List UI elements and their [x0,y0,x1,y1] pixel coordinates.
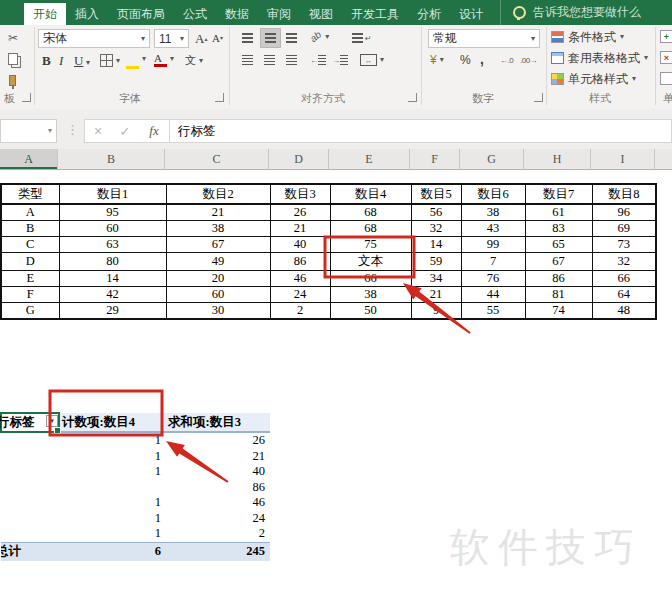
cell[interactable]: 55 [461,303,525,320]
tab-developer[interactable]: 开发工具 [342,3,408,25]
column-header-partial[interactable] [655,149,672,169]
font-color-button[interactable]: A ▾ [154,52,174,65]
number-format-combo[interactable]: 常规 ▾ [428,29,540,48]
increase-indent-button[interactable]: → [332,55,348,65]
cell[interactable] [1,511,59,527]
cell[interactable]: 1 [59,495,166,511]
cancel-button[interactable]: × [85,123,111,139]
copy-button[interactable] [8,53,18,65]
phonetic-guide-button[interactable]: 文 ▾ [185,53,203,68]
header-cell[interactable]: 数目8 [592,184,656,204]
underline-button[interactable]: U [74,53,83,69]
align-left-button[interactable] [242,55,253,65]
text-cell[interactable]: 文本 [330,253,411,271]
comma-style-button[interactable]: , [480,51,484,67]
cell[interactable]: 24 [270,287,330,303]
format-painter-button[interactable] [9,75,16,86]
cell[interactable]: 86 [525,271,592,287]
align-bottom-button[interactable] [286,33,297,43]
fill-color-button[interactable]: ▾ [126,53,146,65]
column-header-a[interactable]: A [0,149,58,169]
cell[interactable]: 63 [59,237,166,253]
cell[interactable]: 30 [166,303,270,320]
cell[interactable]: 29 [59,303,166,320]
orientation-button[interactable]: ab ▾ [310,31,329,42]
cell[interactable]: E [1,271,59,287]
cell[interactable]: 26 [166,432,270,449]
font-size-combo[interactable]: 11 ▾ [154,29,189,48]
cell[interactable]: 38 [461,204,525,221]
pivot-sum-header[interactable]: 求和项:数目3 [166,413,270,432]
merge-center-button[interactable]: ↔ ▾ [360,54,384,66]
cell[interactable]: 68 [330,221,411,237]
worksheet[interactable]: 类型数目1数目2数目3数目4数目5数目6数目7数目8 A952126685638… [0,170,672,614]
cell[interactable]: 14 [411,237,461,253]
cell[interactable]: 49 [166,253,270,271]
align-top-button[interactable] [242,33,253,43]
decrease-indent-button[interactable]: ← [310,55,326,65]
name-box[interactable]: ▾ [0,119,57,143]
cell[interactable]: 48 [592,303,656,320]
cell[interactable]: 50 [330,303,411,320]
bold-button[interactable]: B [42,53,51,69]
column-header-c[interactable]: C [165,149,269,169]
cell[interactable]: B [1,221,59,237]
enter-button[interactable]: ✓ [111,124,139,139]
cell[interactable]: 1 [59,449,166,465]
cell[interactable]: 9 [411,303,461,320]
pivot-count-header[interactable]: 计数项:数目4 [59,413,166,432]
cell[interactable]: 64 [592,287,656,303]
cell[interactable]: 20 [166,271,270,287]
cell[interactable] [1,432,59,449]
cell[interactable]: D [1,253,59,271]
cell[interactable]: 60 [59,221,166,237]
cell[interactable]: 67 [525,253,592,271]
underline-caret-icon[interactable]: ▾ [86,59,90,67]
italic-button[interactable]: I [59,53,63,69]
header-cell[interactable]: 类型 [1,184,59,204]
conditional-formatting-button[interactable]: 条件格式 ▾ [551,28,624,46]
tab-home[interactable]: 开始 [24,3,66,25]
cut-button[interactable]: ✂ [8,31,18,45]
align-middle-button[interactable] [260,28,281,48]
column-header-e[interactable]: E [329,149,410,169]
filter-button[interactable]: ▾ [46,415,58,427]
format-as-table-button[interactable]: 套用表格格式 ▾ [551,49,648,67]
cell[interactable]: 26 [270,204,330,221]
tab-analyze[interactable]: 分析 [408,3,450,25]
tab-view[interactable]: 视图 [300,3,342,25]
percent-style-button[interactable]: % [460,53,471,67]
cell[interactable]: 2 [270,303,330,320]
name-box-caret-icon[interactable]: ▾ [48,127,52,135]
cell[interactable]: 56 [411,204,461,221]
cell[interactable]: 44 [461,287,525,303]
cell[interactable] [1,480,59,496]
cell[interactable]: 40 [166,464,270,480]
cell[interactable]: 40 [270,237,330,253]
pivot-row-labels-cell[interactable]: 行标签 ▾ [1,413,59,432]
cell[interactable]: 1 [59,432,166,449]
cell[interactable]: 34 [411,271,461,287]
delete-cells-button[interactable]: × [660,51,672,64]
column-header-i[interactable]: I [591,149,655,169]
tab-insert[interactable]: 插入 [66,3,108,25]
font-name-combo[interactable]: 宋体 ▾ [38,29,150,48]
cell[interactable]: 46 [270,271,330,287]
cell[interactable]: 76 [461,271,525,287]
cell[interactable]: 65 [525,237,592,253]
column-header-h[interactable]: H [524,149,591,169]
cell[interactable]: 38 [166,221,270,237]
cell[interactable]: A [1,204,59,221]
tab-formulas[interactable]: 公式 [174,3,216,25]
cell[interactable]: 69 [592,221,656,237]
cell[interactable]: 67 [166,237,270,253]
fill-handle[interactable] [54,427,61,434]
cell[interactable]: 86 [270,253,330,271]
cell[interactable] [1,464,59,480]
wrap-text-button[interactable]: ↵ [352,33,371,43]
shrink-font-button[interactable]: A ▾ [212,32,223,44]
tab-page-layout[interactable]: 页面布局 [108,3,174,25]
tab-data[interactable]: 数据 [216,3,258,25]
grand-total-sum[interactable]: 245 [166,542,270,561]
tab-review[interactable]: 审阅 [258,3,300,25]
